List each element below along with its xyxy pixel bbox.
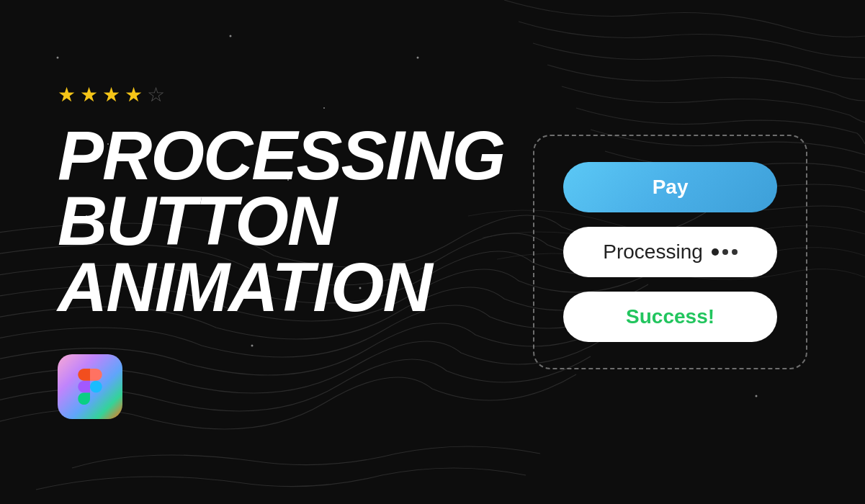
star-3: ★ [102,85,120,105]
figma-icon [72,369,108,405]
processing-button[interactable]: Processing [563,227,777,277]
star-5: ☆ [147,85,165,105]
star-1: ★ [58,85,76,105]
title-line-1: PROCESSING [58,122,504,188]
success-button[interactable]: Success! [563,292,777,342]
right-panel: Pay Processing Success! [533,135,807,369]
dot-1 [712,248,719,256]
processing-dots [712,248,738,256]
dot-2 [722,249,728,255]
title-line-3: ANIMATION [58,254,504,320]
processing-label: Processing [603,240,703,264]
main-title: PROCESSING BUTTON ANIMATION [58,122,504,320]
title-line-2: BUTTON [58,188,504,253]
stars-row: ★ ★ ★ ★ ☆ [58,85,504,105]
left-panel: ★ ★ ★ ★ ☆ PROCESSING BUTTON ANIMATION [58,85,533,419]
content-wrapper: ★ ★ ★ ★ ☆ PROCESSING BUTTON ANIMATION Pa… [0,0,865,504]
star-4: ★ [125,85,143,105]
star-2: ★ [80,85,98,105]
dot-3 [732,249,738,255]
figma-logo [58,354,122,419]
pay-button[interactable]: Pay [563,162,777,212]
